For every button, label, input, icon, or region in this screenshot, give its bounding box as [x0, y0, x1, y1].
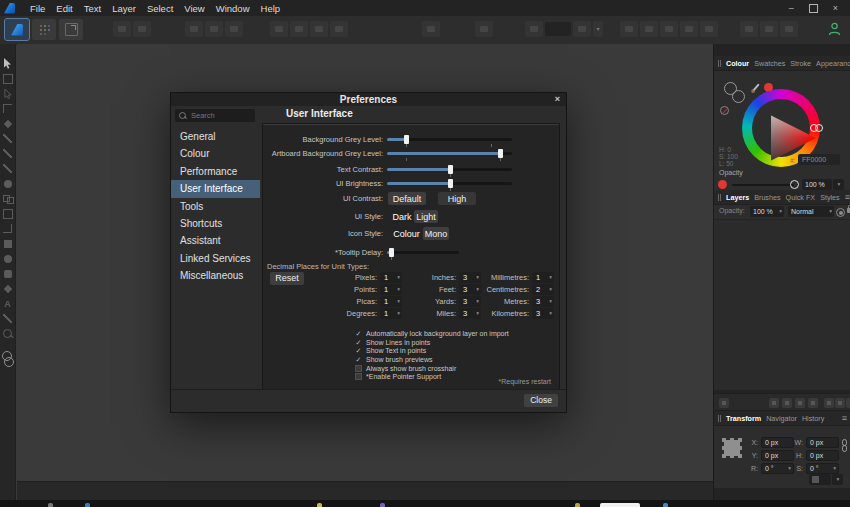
dialog-titlebar[interactable]: Preferences × [171, 93, 566, 106]
layers-list[interactable] [714, 219, 850, 390]
ui-contrast-high-button[interactable]: High [438, 192, 476, 205]
tab-navigator[interactable]: Navigator [766, 414, 797, 423]
metres-decimal-select[interactable]: 3▾ [532, 296, 554, 307]
toolbar-button[interactable] [640, 21, 658, 37]
dialog-close-icon[interactable]: × [555, 93, 560, 106]
layers-opacity-select[interactable]: 100 % ▾ [750, 206, 784, 217]
ui-style-light-button[interactable]: Light [414, 210, 438, 223]
icon-style-mono-button[interactable]: Mono [423, 227, 449, 240]
close-window-icon[interactable]: × [833, 3, 838, 13]
toolbar-button[interactable] [760, 21, 778, 37]
panel-drag-handle[interactable] [718, 60, 721, 67]
tab-styles[interactable]: Styles [820, 193, 840, 202]
sidebar-item-performance[interactable]: Performance [171, 163, 260, 180]
toolbar-button[interactable] [330, 21, 348, 37]
taskbar-icon[interactable] [663, 503, 668, 507]
tab-history[interactable]: History [802, 414, 824, 423]
background-grey-level-slider[interactable] [387, 133, 512, 145]
toolbar-button[interactable] [185, 21, 203, 37]
artboard-background-grey-level-slider[interactable] [387, 147, 512, 159]
mask-layer-icon[interactable] [769, 398, 779, 408]
artboard-tool-icon[interactable] [0, 71, 16, 86]
taskbar-icon[interactable] [380, 503, 385, 507]
shear-select[interactable]: 0 ° ▾ [806, 463, 839, 474]
taskbar-active-app[interactable] [600, 503, 640, 507]
text-contrast-slider[interactable] [387, 163, 512, 175]
slider-thumb[interactable] [404, 135, 409, 144]
paint-brush-tool-icon[interactable] [0, 161, 16, 176]
tab-swatches[interactable]: Swatches [754, 59, 785, 68]
group-layers-icon[interactable] [808, 398, 818, 408]
sidebar-item-shortcuts[interactable]: Shortcuts [171, 215, 260, 232]
export-persona-button[interactable] [59, 19, 83, 40]
toolbar-button[interactable] [422, 21, 440, 37]
degrees-decimal-select[interactable]: 1▾ [380, 308, 402, 319]
opacity-slider[interactable] [732, 184, 794, 186]
fill-tool-icon[interactable] [0, 176, 16, 191]
sidebar-item-tools[interactable]: Tools [171, 198, 260, 215]
link-layer-icon[interactable] [719, 398, 729, 408]
menu-help[interactable]: Help [261, 3, 281, 14]
toolbar-button[interactable] [680, 21, 698, 37]
checkbox[interactable]: ✓ [355, 339, 362, 346]
insert-layer-icon[interactable] [824, 398, 834, 408]
ui-contrast-default-button[interactable]: Default [388, 192, 426, 205]
vector-brush-tool-icon[interactable] [0, 146, 16, 161]
stroke-swatch[interactable] [732, 90, 745, 103]
move-tool-icon[interactable] [0, 56, 16, 71]
slider-thumb[interactable] [498, 149, 503, 158]
checkbox[interactable]: ✓ [355, 347, 362, 354]
tab-brushes[interactable]: Brushes [754, 193, 780, 202]
toolbar-button[interactable] [205, 21, 223, 37]
taskbar-icon[interactable] [317, 503, 322, 507]
panel-drag-handle[interactable] [718, 415, 721, 422]
menu-window[interactable]: Window [216, 3, 250, 14]
slider-thumb[interactable] [448, 165, 453, 174]
sidebar-item-assistant[interactable]: Assistant [171, 232, 260, 249]
tab-layers[interactable]: Layers [726, 193, 749, 202]
node-tool-icon[interactable] [0, 86, 16, 101]
millimetres-decimal-select[interactable]: 1▾ [532, 272, 554, 283]
slider-thumb[interactable] [448, 179, 453, 188]
picas-decimal-select[interactable]: 1▾ [380, 296, 402, 307]
crop-tool-icon[interactable] [0, 221, 16, 236]
link-dimensions-icon[interactable] [842, 439, 848, 453]
shade-marker[interactable] [815, 124, 823, 132]
centimetres-decimal-select[interactable]: 2▾ [532, 284, 554, 295]
minimize-icon[interactable]: – [789, 3, 794, 13]
toolbar-value-box[interactable] [545, 22, 571, 36]
ui-style-dark-button[interactable]: Dark [391, 210, 413, 223]
pen-tool-icon[interactable] [0, 116, 16, 131]
tab-colour[interactable]: Colour [726, 59, 749, 68]
panel-menu-icon[interactable]: ≡ [842, 414, 847, 423]
corner-tool-icon[interactable] [0, 101, 16, 116]
mesh-warp-tool-icon[interactable] [0, 206, 16, 221]
pencil-tool-icon[interactable] [0, 131, 16, 146]
sidebar-item-miscellaneous[interactable]: Miscellaneous [171, 267, 260, 284]
search-box[interactable] [175, 109, 255, 122]
toolbar-button[interactable] [270, 21, 288, 37]
h-input[interactable]: 0 px [806, 450, 839, 461]
tab-quick-fx[interactable]: Quick FX [786, 193, 816, 202]
transparency-tool-icon[interactable] [0, 191, 16, 206]
toolbar-button[interactable] [133, 21, 151, 37]
transform-mode-button[interactable] [809, 474, 831, 485]
sidebar-item-user-interface[interactable]: User Interface [171, 180, 260, 197]
adjustment-layer-icon[interactable] [782, 398, 792, 408]
ui-brightness-slider[interactable] [387, 177, 512, 189]
text-tool-icon[interactable]: A [0, 296, 16, 311]
opacity-slider-thumb[interactable] [790, 180, 799, 189]
tab-transform[interactable]: Transform [726, 414, 761, 423]
shape-tool-icon[interactable] [0, 281, 16, 296]
eyedropper-icon[interactable] [752, 83, 759, 91]
icon-style-colour-button[interactable]: Colour [391, 227, 422, 240]
tab-appearance[interactable]: Appearance [816, 59, 850, 68]
rounded-rectangle-tool-icon[interactable] [0, 266, 16, 281]
toolbar-button[interactable] [740, 21, 758, 37]
checkbox[interactable]: ✓ [355, 365, 362, 372]
slider-thumb[interactable] [389, 248, 394, 257]
taskbar-icon[interactable] [575, 503, 580, 507]
y-input[interactable]: 0 px [761, 450, 794, 461]
menu-edit[interactable]: Edit [56, 3, 72, 14]
pixel-persona-button[interactable] [32, 19, 56, 40]
